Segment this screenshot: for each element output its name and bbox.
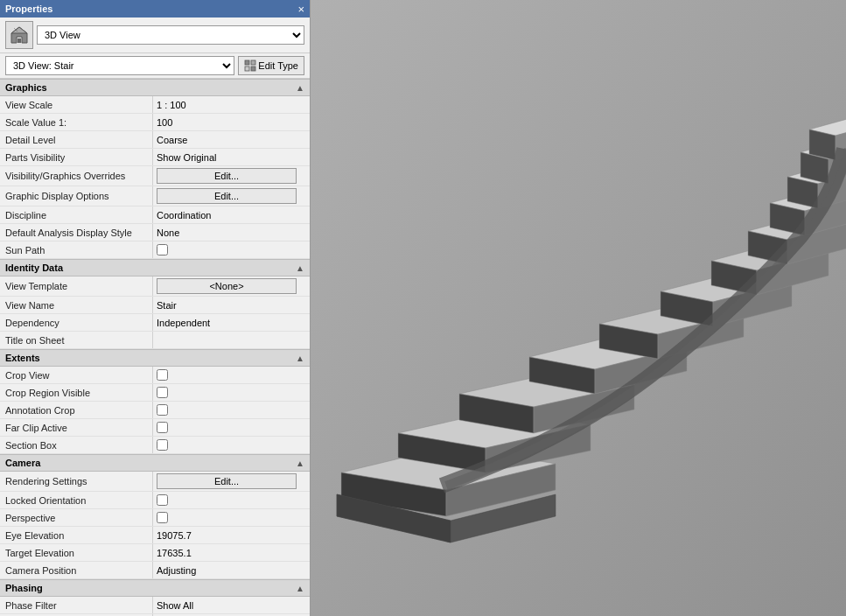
prop-discipline: Discipline Coordination	[0, 206, 310, 224]
section-identity[interactable]: Identity Data ▲	[0, 259, 310, 276]
section-identity-toggle: ▲	[296, 263, 304, 273]
svg-rect-4	[245, 60, 249, 65]
close-button[interactable]: ×	[297, 4, 304, 15]
edit-type-label: Edit Type	[258, 60, 298, 71]
locked-orientation-checkbox[interactable]	[157, 494, 168, 506]
prop-sun-path: Sun Path	[0, 242, 310, 259]
prop-analysis-display: Default Analysis Display Style None	[0, 224, 310, 242]
prop-title-on-sheet: Title on Sheet	[0, 332, 310, 349]
prop-far-clip: Far Clip Active	[0, 419, 310, 437]
prop-crop-region: Crop Region Visible	[0, 384, 310, 402]
prop-graphic-display: Graphic Display Options Edit...	[0, 186, 310, 206]
svg-rect-2	[17, 38, 21, 43]
svg-rect-7	[251, 66, 255, 71]
section-phasing-toggle: ▲	[296, 584, 304, 593]
properties-panel: Properties × 3D View 3D View: Stair	[0, 0, 311, 616]
panel-title: Properties	[5, 4, 52, 14]
house-svg-icon	[9, 24, 30, 46]
graphic-display-edit-button[interactable]: Edit...	[157, 188, 297, 204]
far-clip-checkbox[interactable]	[157, 422, 168, 433]
properties-table: Graphics ▲ View Scale 1 : 100 Scale Valu…	[0, 79, 310, 616]
view-name-row: 3D View: Stair Edit Type	[0, 53, 310, 79]
section-camera[interactable]: Camera ▲	[0, 454, 310, 472]
prop-perspective: Perspective	[0, 509, 310, 527]
section-extents-label: Extents	[5, 353, 40, 363]
prop-crop-view: Crop View	[0, 367, 310, 384]
prop-section-box: Section Box	[0, 437, 310, 454]
prop-scale-value: Scale Value 1: 100	[0, 114, 310, 131]
visibility-edit-button[interactable]: Edit...	[157, 168, 297, 184]
section-graphics-label: Graphics	[5, 82, 47, 93]
section-identity-label: Identity Data	[5, 262, 63, 273]
prop-locked-orientation: Locked Orientation	[0, 492, 310, 509]
prop-phase-filter: Phase Filter Show All	[0, 597, 310, 614]
edit-type-button[interactable]: Edit Type	[238, 56, 304, 75]
section-phasing[interactable]: Phasing ▲	[0, 579, 310, 597]
view-icon	[5, 21, 33, 49]
prop-detail-level: Detail Level Coarse	[0, 131, 310, 149]
prop-view-template: View Template <None>	[0, 276, 310, 297]
svg-rect-5	[251, 60, 255, 65]
prop-dependency: Dependency Independent	[0, 314, 310, 332]
view-template-button[interactable]: <None>	[157, 278, 297, 294]
view-type-row: 3D View	[0, 18, 310, 53]
panel-title-bar: Properties ×	[0, 0, 310, 18]
section-extents[interactable]: Extents ▲	[0, 349, 310, 367]
prop-annotation-crop: Annotation Crop	[0, 402, 310, 419]
annotation-crop-checkbox[interactable]	[157, 404, 168, 416]
prop-camera-position: Camera Position Adjusting	[0, 562, 310, 579]
crop-view-checkbox[interactable]	[157, 369, 168, 381]
prop-view-scale: View Scale 1 : 100	[0, 96, 310, 114]
view-name-select[interactable]: 3D View: Stair	[5, 56, 234, 75]
prop-visibility-graphics: Visibility/Graphics Overrides Edit...	[0, 166, 310, 186]
edit-type-icon	[244, 60, 256, 72]
section-camera-toggle: ▲	[296, 458, 304, 468]
perspective-checkbox[interactable]	[157, 512, 168, 523]
svg-marker-1	[11, 27, 27, 33]
rendering-settings-button[interactable]: Edit...	[157, 473, 297, 489]
section-phasing-label: Phasing	[5, 583, 43, 593]
prop-eye-elevation: Eye Elevation 19075.7	[0, 527, 310, 544]
section-extents-toggle: ▲	[296, 354, 304, 363]
prop-target-elevation: Target Elevation 17635.1	[0, 544, 310, 562]
sun-path-checkbox[interactable]	[157, 244, 168, 256]
prop-parts-visibility: Parts Visibility Show Original	[0, 149, 310, 166]
3d-viewport[interactable]	[311, 0, 846, 616]
view-type-select[interactable]: 3D View	[37, 25, 304, 45]
section-graphics[interactable]: Graphics ▲	[0, 79, 310, 96]
prop-view-name: View Name Stair	[0, 297, 310, 314]
section-box-checkbox[interactable]	[157, 439, 168, 451]
section-camera-label: Camera	[5, 458, 40, 468]
section-graphics-toggle: ▲	[296, 83, 304, 93]
prop-rendering-settings: Rendering Settings Edit...	[0, 472, 310, 492]
crop-region-checkbox[interactable]	[157, 387, 168, 398]
svg-rect-6	[245, 66, 249, 71]
stair-3d-view	[311, 0, 846, 616]
